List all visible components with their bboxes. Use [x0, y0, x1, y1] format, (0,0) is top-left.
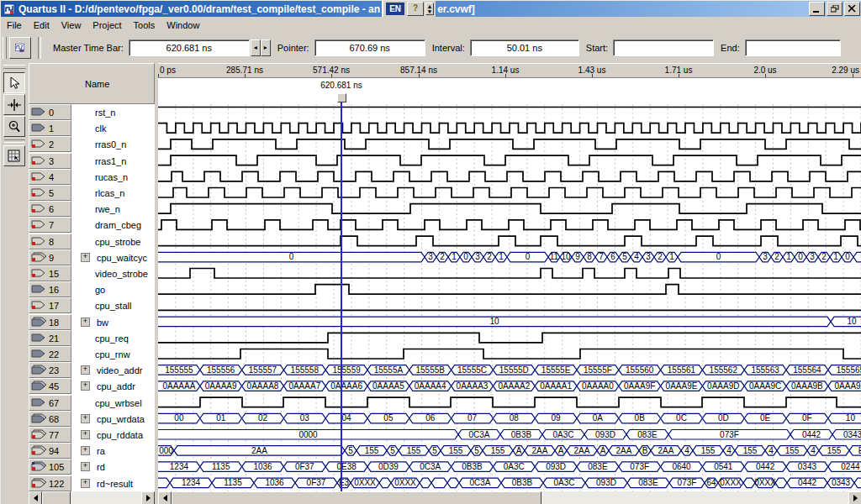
restore-button[interactable]	[827, 2, 843, 16]
master-time-bar-spinner[interactable]: ◂▸	[251, 39, 271, 56]
menu-tools[interactable]: Tools	[128, 18, 161, 32]
waveform-editor-icon[interactable]	[9, 37, 31, 59]
signal-name-cell[interactable]: +cpu_rddata	[71, 427, 155, 443]
scroll-right-icon[interactable]	[141, 491, 155, 504]
pin-number-cell[interactable]: 23	[29, 362, 71, 378]
signal-name-cell[interactable]: +bw	[71, 314, 155, 330]
wave-scroll-left-icon[interactable]	[158, 491, 172, 504]
menu-edit[interactable]: Edit	[28, 18, 55, 32]
signal-name-cell[interactable]: +ra	[71, 443, 155, 459]
signal-name-cell[interactable]: rlcas_n	[71, 185, 155, 201]
pin-number-cell[interactable]: 4	[29, 169, 71, 185]
menu-project[interactable]: Project	[87, 18, 127, 32]
pin-number-cell[interactable]: 9	[29, 249, 71, 265]
signal-name-cell[interactable]: clk	[71, 120, 155, 136]
name-panel-scrollbar[interactable]	[29, 491, 155, 504]
time-cursor-handle[interactable]	[337, 93, 346, 102]
signal-name-cell[interactable]: cpu_req	[71, 330, 155, 346]
signal-name-cell[interactable]: rras0_n	[71, 136, 155, 152]
pin-number-cell[interactable]: 122	[29, 475, 71, 491]
pin-number-cell[interactable]: 3	[29, 153, 71, 169]
pin-number-cell[interactable]: 8	[29, 234, 71, 249]
signal-name-cell[interactable]: video_strobe	[71, 265, 155, 281]
signal-name-cell[interactable]: +cpu_wrdata	[71, 411, 155, 427]
signal-name-cell[interactable]: +cpu_waitcyc	[71, 249, 155, 265]
time-ruler[interactable]: 0 ps285.71 ns571.42 ns857.14 ns1.14 us1.…	[158, 63, 861, 78]
cursor-margin[interactable]	[158, 78, 861, 104]
pin-number-cell[interactable]: 0	[29, 104, 71, 120]
signal-name-cell[interactable]: +rd~result	[71, 475, 155, 491]
signal-name-cell[interactable]: +video_addr	[71, 362, 155, 378]
menu-view[interactable]: View	[55, 18, 87, 32]
signal-row-cpu_wrdata: 68+cpu_wrdata	[29, 411, 155, 427]
menu-window[interactable]: Window	[161, 18, 205, 32]
expand-toggle-icon[interactable]: +	[81, 381, 90, 391]
signal-row-cpu_stall: 17cpu_stall	[29, 297, 155, 313]
zoom-tool-button[interactable]	[3, 116, 25, 137]
spin-left-icon[interactable]: ◂	[251, 39, 261, 56]
expand-toggle-icon[interactable]: +	[81, 253, 90, 262]
wave-scroll-right-icon[interactable]	[848, 491, 861, 504]
expand-toggle-icon[interactable]: +	[81, 462, 90, 471]
language-options-icon[interactable]: ▴▾	[425, 3, 434, 15]
pin-number-cell[interactable]: 77	[29, 427, 71, 443]
pin-number-cell[interactable]: 67	[29, 395, 71, 411]
signal-name-cell[interactable]: cpu_strobe	[71, 234, 155, 249]
time-bar-tool-button[interactable]	[3, 94, 25, 115]
language-indicator[interactable]: EN	[386, 3, 404, 15]
pin-number-cell[interactable]: 15	[29, 265, 71, 281]
pin-number-cell[interactable]: 22	[29, 346, 71, 362]
pin-number-cell[interactable]: 5	[29, 185, 71, 201]
waveform-svg[interactable]: 0321032101110987654321032103210110101555…	[158, 104, 861, 491]
waveform-area[interactable]: 0321032101110987654321032103210110101555…	[158, 104, 861, 491]
spin-right-icon[interactable]: ▸	[261, 39, 271, 56]
toolbar-grip[interactable]	[3, 37, 7, 59]
pin-number-cell[interactable]: 1	[29, 120, 71, 136]
signal-name-cell[interactable]: cpu_rnw	[71, 346, 155, 362]
pin-number-cell[interactable]: 16	[29, 281, 71, 297]
signal-name-cell[interactable]: go	[71, 281, 155, 297]
selection-tool-button[interactable]	[3, 72, 25, 93]
grid-tool-button[interactable]	[3, 145, 25, 166]
signal-name-cell[interactable]: rwe_n	[71, 201, 155, 217]
start-field[interactable]	[613, 39, 714, 56]
expand-toggle-icon[interactable]: +	[81, 430, 90, 439]
pin-number-cell[interactable]: 6	[29, 201, 71, 217]
pin-number-cell[interactable]: 105	[29, 459, 71, 475]
close-button[interactable]	[844, 2, 860, 16]
pin-number-cell[interactable]: 2	[29, 136, 71, 152]
svg-text:155: 155	[365, 446, 379, 455]
signal-name-cell[interactable]: rucas_n	[71, 169, 155, 185]
name-scrollbar-thumb[interactable]	[42, 491, 71, 504]
pin-number-cell[interactable]: 45	[29, 378, 71, 394]
pin-number-cell[interactable]: 21	[29, 330, 71, 346]
expand-toggle-icon[interactable]: +	[81, 446, 90, 455]
expand-toggle-icon[interactable]: +	[81, 318, 90, 327]
expand-toggle-icon[interactable]: +	[81, 414, 90, 423]
pin-number-cell[interactable]: 7	[29, 217, 71, 233]
expand-toggle-icon[interactable]: +	[81, 479, 90, 488]
minimize-button[interactable]	[809, 2, 825, 16]
signal-name-cell[interactable]: rras1_n	[71, 153, 155, 169]
signal-name-cell[interactable]: +rd	[71, 459, 155, 475]
time-cursor-line[interactable]	[341, 101, 342, 491]
signal-name-cell[interactable]: cpu_stall	[71, 297, 155, 313]
master-time-bar-field[interactable]: 620.681 ns	[129, 39, 250, 56]
signal-name-cell[interactable]: cpu_wrbsel	[71, 395, 155, 411]
signal-name-cell[interactable]: +cpu_addr	[71, 378, 155, 394]
palette-grip[interactable]	[3, 65, 26, 69]
menu-file[interactable]: File	[1, 18, 28, 32]
waveform-scrollbar[interactable]	[158, 491, 861, 504]
name-column-header: Name	[29, 63, 155, 104]
pin-number-cell[interactable]: 17	[29, 297, 71, 313]
pin-number-cell[interactable]: 18	[29, 314, 71, 330]
scroll-left-icon[interactable]	[29, 491, 42, 504]
pin-number-cell[interactable]: 94	[29, 443, 71, 459]
expand-toggle-icon[interactable]: +	[81, 365, 90, 375]
signal-name-cell[interactable]: dram_cbeg	[71, 217, 155, 233]
signal-name-cell[interactable]: rst_n	[71, 104, 155, 120]
language-help-icon[interactable]: ?	[407, 2, 424, 16]
wave-scrollbar-thumb[interactable]	[172, 491, 541, 504]
end-field[interactable]	[745, 39, 841, 56]
pin-number-cell[interactable]: 68	[29, 411, 71, 427]
